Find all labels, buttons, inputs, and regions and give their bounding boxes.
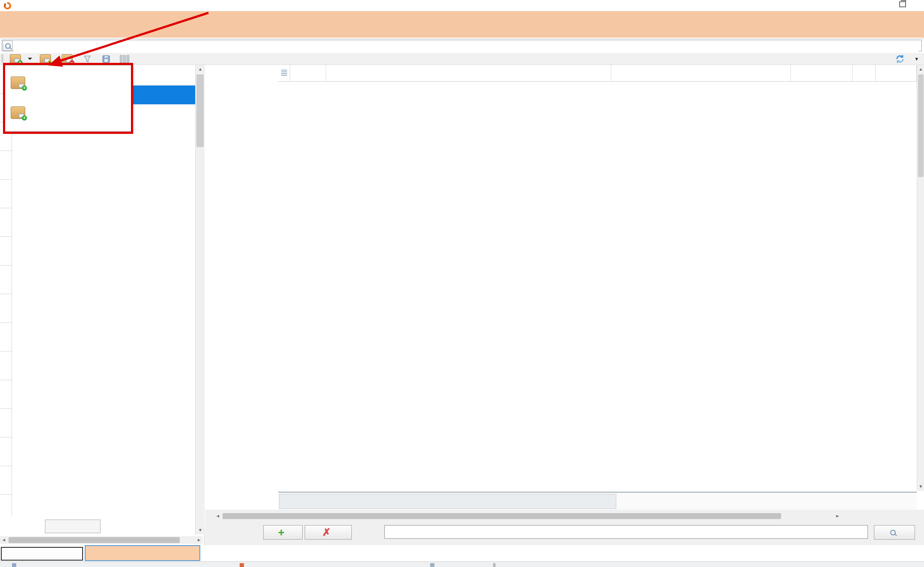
app-logo-icon: [4, 2, 11, 9]
table-horizontal-scrollbar[interactable]: ◄ ►: [214, 512, 841, 520]
header-price-flag[interactable]: [853, 65, 876, 81]
status-bar: [0, 561, 924, 567]
categories-panel: [0, 65, 205, 546]
add-item-icon: +: [11, 106, 25, 119]
toolbar-grip[interactable]: [1, 55, 3, 63]
scroll-right-icon[interactable]: ►: [834, 512, 841, 520]
refresh-icon: [895, 54, 905, 64]
tree-vertical-scrollbar[interactable]: ▲ ▼: [195, 65, 205, 535]
plus-badge-icon: +: [18, 60, 23, 65]
scroll-left-icon[interactable]: ◄: [214, 512, 222, 520]
header-id[interactable]: [290, 65, 326, 81]
add-item-icon: +: [11, 77, 25, 89]
delete-item-icon: −: [62, 54, 73, 64]
plus-badge-icon: +: [22, 86, 27, 91]
header-maker[interactable]: [611, 65, 791, 81]
scroll-down-icon[interactable]: ▼: [917, 482, 924, 491]
add-dropdown-menu: + +: [4, 65, 132, 132]
tree-scroll-thumb[interactable]: [196, 74, 204, 147]
delete-button[interactable]: −: [58, 53, 80, 65]
table-footer: [278, 492, 917, 510]
menu-item-add[interactable]: +: [5, 69, 131, 96]
status-icon: [430, 563, 434, 567]
status-icon: [240, 563, 244, 567]
record-status: [279, 494, 616, 509]
tree-horizontal-scrollbar[interactable]: ◄ ►: [0, 536, 203, 544]
pencil-badge-icon: ✎: [48, 60, 53, 65]
add-item-icon: +: [10, 54, 21, 64]
magnifier-icon: [5, 43, 11, 49]
add-button[interactable]: +: [6, 53, 36, 65]
scroll-right-icon[interactable]: ►: [195, 536, 203, 544]
x-icon: ✗: [322, 528, 331, 537]
refresh-dropdown-icon[interactable]: ▾: [915, 56, 918, 62]
products-table: [278, 65, 917, 82]
filter-button[interactable]: [80, 53, 98, 65]
delete-product-button[interactable]: ✗: [305, 525, 352, 540]
magnifier-icon: [890, 530, 896, 535]
bottom-tabs: [0, 545, 924, 561]
scroll-up-icon[interactable]: ▲: [196, 65, 205, 74]
export-button[interactable]: [98, 53, 117, 65]
funnel-icon: [83, 55, 91, 63]
tree-hscroll-thumb[interactable]: [9, 537, 180, 543]
chevron-down-icon: [28, 58, 32, 60]
tab-recommended-products[interactable]: [85, 545, 200, 561]
header-morion-code[interactable]: [791, 65, 853, 81]
table-hscroll-thumb[interactable]: [223, 513, 781, 519]
minus-badge-icon: −: [69, 60, 74, 65]
search-product-button[interactable]: [874, 525, 915, 540]
refresh-button[interactable]: [891, 53, 912, 65]
status-divider: [493, 563, 496, 567]
grip-icon: [281, 70, 287, 77]
tab-home[interactable]: [1, 547, 83, 561]
menu-item-add-subgroup[interactable]: +: [5, 99, 131, 126]
menu-bar: [0, 0, 924, 11]
scroll-down-icon[interactable]: ▼: [196, 526, 205, 535]
status-icon: [12, 563, 16, 567]
scroll-up-icon[interactable]: ▲: [917, 65, 924, 74]
add-product-button[interactable]: +: [263, 525, 303, 540]
header-indicator[interactable]: [278, 65, 290, 81]
header-name[interactable]: [326, 65, 611, 81]
tree-record-count: [45, 520, 101, 533]
scroll-left-icon[interactable]: ◄: [0, 536, 8, 544]
search-icon[interactable]: [3, 41, 13, 51]
columns-icon[interactable]: [120, 55, 129, 63]
edit-button[interactable]: ✎: [36, 53, 58, 65]
edit-item-icon: ✎: [40, 54, 51, 64]
search-input[interactable]: [14, 40, 918, 51]
plus-icon: +: [278, 528, 284, 537]
title-band: [0, 11, 924, 38]
table-vertical-scrollbar[interactable]: ▲ ▼: [917, 65, 924, 491]
product-input[interactable]: [384, 525, 868, 539]
table-scroll-thumb[interactable]: [918, 74, 924, 177]
tree-gutter: [0, 65, 12, 516]
window-controls: [885, 1, 921, 7]
header-assortment[interactable]: [876, 65, 917, 81]
table-header: [278, 65, 917, 82]
plus-badge-icon: +: [22, 115, 27, 121]
restore-button[interactable]: [899, 1, 906, 7]
export-disk-icon: [102, 55, 110, 63]
toolbar: + ✎ − ▾: [0, 53, 924, 65]
